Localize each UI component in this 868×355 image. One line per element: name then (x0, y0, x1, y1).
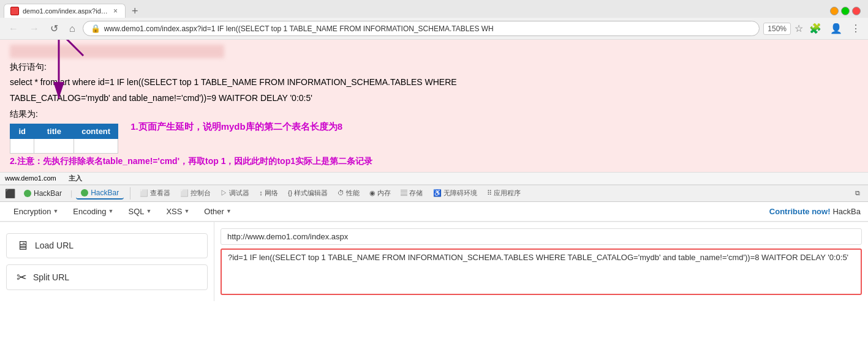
devtool-application[interactable]: ⠿ 应用程序 (484, 187, 524, 199)
encoding-label: Encoding (73, 207, 106, 216)
load-url-label: Load URL (35, 241, 74, 250)
split-url-label: Split URL (33, 272, 69, 282)
lock-icon: 🔒 (91, 24, 100, 33)
page-header: 执行语句: select * from art where id=1 IF le… (0, 40, 868, 172)
page-wrapper: demo1.com/index.aspx?id=1 × + ← → ↺ ⌂ 🔒 … (0, 0, 868, 301)
devtool-console[interactable]: ⬜ 控制台 (177, 187, 214, 199)
devtools-resize-icon: ⬛ (5, 189, 15, 198)
devtool-memory[interactable]: ◉ 内存 (366, 187, 394, 199)
load-url-icon: 🖥 (17, 239, 29, 253)
contribute-link[interactable]: Contribute now! (769, 207, 831, 216)
window-controls (830, 7, 864, 15)
load-url-button[interactable]: 🖥 Load URL (6, 233, 208, 258)
tab-bar: demo1.com/index.aspx?id=1 × + (0, 0, 868, 18)
maximize-button[interactable] (841, 7, 850, 15)
cell-content (74, 138, 118, 153)
sql-arrow: ▼ (146, 208, 152, 214)
tab-separator: | (70, 189, 72, 198)
hackbar-panel: 🖥 Load URL ✂ Split URL (0, 222, 868, 301)
other-dropdown[interactable]: Other ▼ (198, 204, 237, 219)
url-input[interactable] (221, 228, 862, 245)
devtool-performance[interactable]: ⏱ 性能 (334, 187, 363, 199)
col-content: content (74, 124, 118, 138)
hackbar-tab-inactive[interactable]: HackBar (19, 188, 67, 199)
result-table: id title content (10, 124, 118, 154)
cell-id (10, 138, 34, 153)
devtool-debugger[interactable]: ▷ 调试器 (217, 187, 252, 199)
devtool-more[interactable]: ⧉ (852, 188, 863, 198)
hackbar-favicon-2 (81, 189, 88, 196)
minimize-button[interactable] (830, 7, 839, 15)
devtool-network[interactable]: ↕ 网络 (256, 187, 281, 199)
tab-favicon (10, 7, 19, 15)
browser-tab[interactable]: demo1.com/index.aspx?id=1 × (4, 4, 126, 18)
hackba-text: HackBa (832, 207, 861, 216)
extensions-icon[interactable]: 🧩 (807, 21, 824, 36)
devtool-inspector[interactable]: ⬜ 查看器 (137, 187, 173, 199)
bookmark-button[interactable]: ☆ (794, 23, 803, 34)
hackbar-label-2: HackBar (91, 189, 119, 197)
contribute-area: Contribute now! HackBa (769, 207, 861, 216)
reload-button[interactable]: ↺ (47, 21, 62, 36)
hackbar-favicon-1 (24, 190, 31, 197)
profile-icon[interactable]: 👤 (828, 21, 845, 36)
col-id: id (10, 124, 34, 138)
encryption-label: Encryption (13, 207, 51, 216)
payload-input[interactable] (221, 248, 862, 295)
split-url-button[interactable]: ✂ Split URL (6, 264, 208, 290)
address-bar[interactable]: 🔒 www.demo1.com/index.aspx?id=1 IF len((… (83, 21, 760, 36)
xss-arrow: ▼ (184, 208, 189, 214)
hackbar-content (214, 222, 868, 301)
encryption-dropdown[interactable]: Encryption ▼ (7, 204, 64, 219)
result-label: 结果为: (10, 109, 118, 120)
new-tab-button[interactable]: + (128, 6, 142, 17)
tab-title: demo1.com/index.aspx?id=1 (23, 7, 108, 15)
hackbar-label-1: HackBar (34, 189, 62, 198)
address-text: www.demo1.com/index.aspx?id=1 IF len((SE… (104, 24, 752, 33)
menu-icon[interactable]: ⋮ (848, 21, 863, 36)
zoom-level: 150% (763, 23, 791, 35)
other-label: Other (204, 207, 224, 216)
xss-label: XSS (166, 207, 182, 216)
inject-label: 主入 (69, 174, 82, 183)
blurred-bar (10, 45, 224, 58)
middle-section: 结果为: id title content (10, 109, 858, 154)
cell-title (34, 138, 74, 153)
devtool-style-editor[interactable]: {} 样式编辑器 (285, 187, 331, 199)
xss-dropdown[interactable]: XSS ▼ (160, 204, 195, 219)
status-bar: www.demo1.com 主入 (0, 172, 868, 185)
close-button[interactable] (852, 7, 861, 15)
result-area: 结果为: id title content (10, 109, 118, 154)
sql-label: SQL (128, 207, 144, 216)
exec-sql-line1: select * from art where id=1 IF len((SEL… (10, 75, 858, 89)
devtools-tabs-bar: ⬛ HackBar | HackBar ⬜ 查看器 ⬜ 控制台 ▷ 调试器 ↕ … (0, 185, 868, 202)
back-button[interactable]: ← (5, 22, 22, 36)
nav-actions: 150% ☆ 🧩 👤 ⋮ (763, 21, 863, 36)
encryption-arrow: ▼ (53, 208, 58, 214)
devtool-accessibility[interactable]: ♿ 无障碍环境 (430, 187, 480, 199)
forward-button[interactable]: → (26, 22, 43, 36)
devtools-separator (130, 187, 130, 200)
tab-close-button[interactable]: × (112, 7, 119, 15)
other-arrow: ▼ (226, 208, 232, 214)
exec-label: 执行语句: (10, 62, 858, 73)
encoding-dropdown[interactable]: Encoding ▼ (67, 204, 119, 219)
sql-dropdown[interactable]: SQL ▼ (122, 204, 157, 219)
hackbar-toolbar: Encryption ▼ Encoding ▼ SQL ▼ XSS ▼ Othe… (0, 202, 868, 222)
hackbar-sidebar: 🖥 Load URL ✂ Split URL (0, 222, 214, 301)
hackbar-tab-active[interactable]: HackBar (76, 187, 124, 200)
split-url-icon: ✂ (17, 270, 27, 285)
home-button[interactable]: ⌂ (66, 22, 79, 36)
annotation1: 1.页面产生延时，说明mydb库的第二个表名长度为8 (130, 121, 342, 133)
table-row (10, 138, 118, 153)
annotation2: 2.注意：先执行排除表名table_name!='cmd'，再取top 1，因此… (10, 156, 858, 167)
encoding-arrow: ▼ (108, 208, 114, 214)
status-url: www.demo1.com (5, 174, 56, 182)
page-content: 执行语句: select * from art where id=1 IF le… (10, 62, 858, 167)
devtool-storage[interactable]: ▤ 存储 (398, 187, 426, 199)
col-title: title (34, 124, 74, 138)
nav-bar: ← → ↺ ⌂ 🔒 www.demo1.com/index.aspx?id=1 … (0, 18, 868, 40)
exec-sql-line2: TABLE_CATALOG='mydb' and table_name!='cm… (10, 91, 858, 105)
